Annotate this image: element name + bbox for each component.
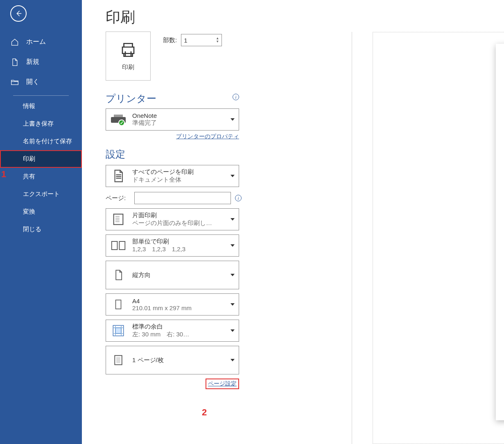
svg-rect-5 [115, 328, 121, 334]
svg-rect-7 [116, 357, 120, 363]
pages-input[interactable] [134, 192, 231, 204]
page-title: 印刷 [106, 7, 270, 27]
orientation-selector[interactable]: 縦方向 [106, 261, 239, 289]
sidebar-primary-nav: ホーム 新規 開く [0, 32, 82, 92]
sidebar-divider [13, 95, 69, 96]
collate-selector[interactable]: 部単位で印刷 1,2,3 1,2,3 1,2,3 [106, 234, 239, 257]
printer-properties-link[interactable]: プリンターのプロパティ [176, 133, 239, 140]
sidebar-secondary-nav: 情報 上書き保存 名前を付けて保存 印刷 共有 エクスポート 変換 閉じる [0, 97, 82, 238]
print-button-label: 印刷 [122, 63, 134, 71]
sidebar-item-label: 印刷 [23, 155, 35, 163]
chevron-down-icon [231, 274, 235, 276]
info-icon[interactable]: i [233, 94, 239, 100]
sidebar-item-open[interactable]: 開く [0, 72, 82, 92]
sidebar-item-label: 共有 [23, 173, 35, 180]
copies-value: 1 [184, 37, 187, 44]
printer-status: 準備完了 [132, 119, 228, 127]
sidebar-item-new[interactable]: 新規 [0, 52, 82, 72]
sidebar-item-label: 閉じる [23, 225, 41, 233]
sidebar-item-home[interactable]: ホーム [0, 32, 82, 52]
copies-input[interactable]: 1 ▲▼ [181, 34, 222, 46]
page-setup-link[interactable]: ページ設定 [206, 379, 239, 389]
settings-section-header: 設定 [106, 148, 270, 161]
svg-rect-0 [114, 214, 123, 225]
collate-icon [110, 237, 127, 254]
sidebar-item-close[interactable]: 閉じる [0, 221, 82, 238]
sidebar-item-label: ホーム [26, 38, 46, 46]
sidebar-item-share[interactable]: 共有 [0, 168, 82, 185]
one-page-icon [110, 352, 127, 368]
sidebar-item-label: 変換 [23, 208, 35, 216]
margins-selector[interactable]: 標準の余白 左: 30 mm 右: 30… [106, 320, 239, 342]
sidebar-item-export[interactable]: エクスポート [0, 185, 82, 203]
chevron-down-icon [231, 244, 235, 247]
svg-rect-2 [120, 241, 125, 250]
paper-icon [110, 296, 127, 313]
pages-per-sheet-selector[interactable]: 1 ページ/枚 [106, 346, 239, 374]
sides-selector[interactable]: 片面印刷 ページの片面のみを印刷し… [106, 208, 239, 230]
print-settings-panel: 印刷 印刷 部数: 1 ▲▼ プリンター i ✓ One [82, 0, 270, 444]
preview-page: ある日 広い門いる。羅なもので 何故かた。そこり、金銀その始末れ果てた門へ持っ気… [496, 44, 504, 420]
margins-icon [110, 322, 127, 339]
info-icon[interactable]: i [235, 195, 242, 201]
svg-rect-1 [112, 241, 118, 250]
chevron-down-icon [231, 303, 235, 306]
sidebar-item-print[interactable]: 印刷 [0, 150, 82, 168]
print-preview[interactable]: ある日 広い門いる。羅なもので 何故かた。そこり、金銀その始末れ果てた門へ持っ気… [373, 32, 504, 444]
callout-1: 1 [1, 169, 6, 180]
document-icon [110, 168, 127, 184]
back-arrow-icon [15, 10, 22, 17]
chevron-down-icon [231, 329, 235, 332]
single-side-icon [110, 211, 127, 228]
pages-label: ページ: [106, 194, 132, 202]
folder-open-icon [11, 78, 19, 86]
printer-section-header: プリンター [106, 92, 239, 105]
printer-icon [120, 41, 137, 59]
file-new-icon [11, 58, 19, 66]
copies-label: 部数: [163, 36, 177, 44]
main-panel: 印刷 印刷 部数: 1 ▲▼ プリンター i ✓ One [82, 0, 504, 444]
print-range-selector[interactable]: すべてのページを印刷 ドキュメント全体 [106, 165, 239, 187]
print-button[interactable]: 印刷 [106, 32, 151, 81]
printer-name: OneNote [132, 112, 228, 119]
sidebar-item-label: エクスポート [23, 190, 60, 198]
chevron-down-icon [231, 218, 235, 221]
portrait-icon [110, 267, 127, 283]
sidebar-item-save-as[interactable]: 名前を付けて保存 [0, 133, 82, 150]
sidebar: ホーム 新規 開く 情報 上書き保存 名前を付けて保存 印刷 共有 エクスポート… [0, 0, 82, 444]
paper-size-selector[interactable]: A4 210.01 mm x 297 mm [106, 293, 239, 316]
chevron-down-icon [231, 175, 235, 177]
sidebar-item-label: 新規 [26, 58, 39, 66]
sidebar-item-label: 開く [26, 78, 39, 86]
chevron-down-icon [231, 118, 235, 121]
home-icon [11, 38, 19, 46]
vertical-divider [352, 32, 352, 444]
spinner-icon[interactable]: ▲▼ [216, 37, 219, 43]
printer-status-icon: ✓ [110, 111, 127, 128]
chevron-down-icon [231, 359, 235, 361]
back-button[interactable] [10, 5, 27, 22]
sidebar-item-info[interactable]: 情報 [0, 97, 82, 115]
sidebar-item-save[interactable]: 上書き保存 [0, 115, 82, 133]
sidebar-item-label: 名前を付けて保存 [23, 137, 72, 145]
sidebar-item-transform[interactable]: 変換 [0, 203, 82, 221]
callout-2: 2 [202, 407, 207, 418]
sidebar-item-label: 情報 [23, 102, 35, 110]
printer-selector[interactable]: ✓ OneNote 準備完了 [106, 108, 239, 131]
sidebar-item-label: 上書き保存 [23, 120, 54, 128]
svg-rect-3 [116, 300, 121, 309]
